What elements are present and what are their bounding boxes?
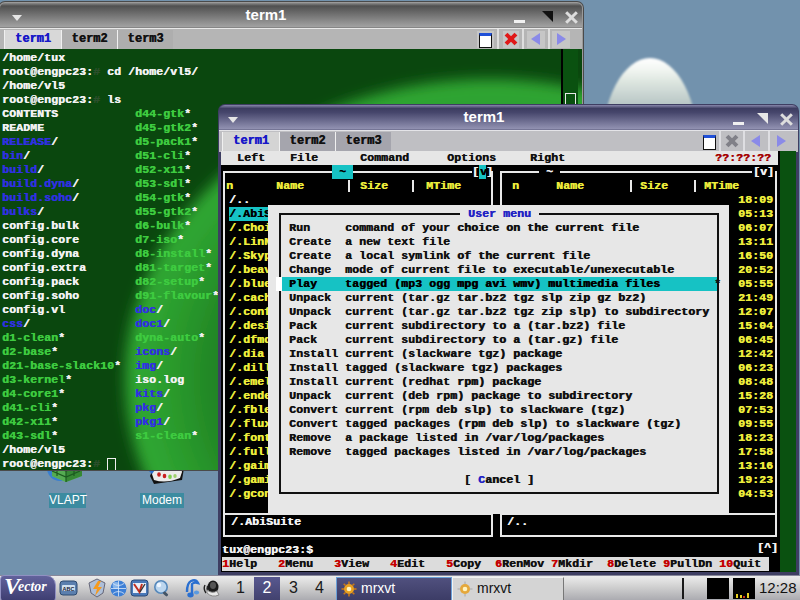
- svg-text:ABC: ABC: [63, 586, 75, 592]
